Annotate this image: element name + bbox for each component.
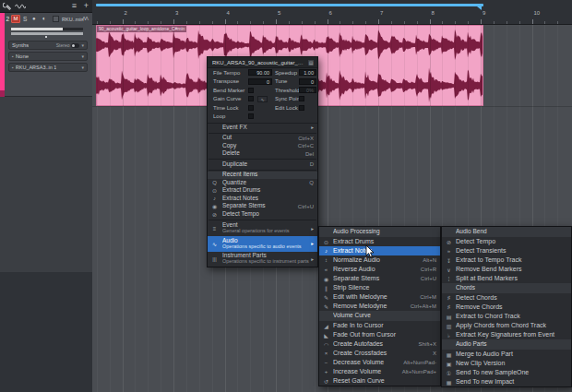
menu-item[interactable]: ▦ Send To new Impact: [442, 377, 571, 386]
menu-item[interactable]: Volume Curve: [319, 311, 440, 321]
menu-item[interactable]: Copy Ctrl+C: [208, 142, 317, 150]
menu-shortcut: Q: [305, 180, 314, 185]
inspector-checkbox[interactable]: [248, 96, 254, 101]
menu-item[interactable]: Event FX ▸: [208, 124, 317, 132]
inspector-value-field[interactable]: 90.00: [248, 69, 272, 76]
inspector-value-field[interactable]: 0: [248, 78, 272, 85]
menu-item[interactable]: ▤ Extract to Chord Track: [442, 312, 571, 321]
inspector-row: Time Lock Edit Lock: [208, 103, 317, 113]
ruler-tick: [289, 21, 290, 24]
inspector-value-field[interactable]: 1.00: [299, 69, 316, 76]
inspector-label: Time Lock: [213, 105, 238, 111]
menu-item[interactable]: ⊘ Detect Tempo: [442, 237, 571, 246]
menu-item-icon: ◉: [320, 276, 332, 282]
menu-item-icon: ▤: [443, 314, 455, 320]
menu-item[interactable]: ♪ Extract Notes: [319, 246, 440, 255]
menu-item[interactable]: ∿ Audio Operations specific to audio eve…: [208, 236, 317, 252]
inspector-value-field[interactable]: 0%: [299, 87, 316, 93]
ruler-tick: [250, 21, 251, 24]
track-list-icon[interactable]: ≡: [72, 1, 77, 10]
instrument-selector[interactable]: Synths Stereo ▾: [8, 41, 88, 50]
menu-item[interactable]: Recent Items: [208, 172, 317, 180]
menu-item[interactable]: ◣ Fade Out from Cursor: [319, 330, 440, 339]
ruler-tick: [148, 21, 149, 24]
menu-item[interactable]: ◉ Separate Stems Ctrl+U: [208, 203, 317, 211]
menu-item[interactable]: ▥ Apply Chords from Chord Track: [442, 321, 571, 330]
inspector-options-icon[interactable]: ▤: [307, 59, 315, 66]
menu-item-icon: ⊘: [209, 211, 220, 218]
pan-slider[interactable]: [11, 32, 83, 35]
solo-button[interactable]: S: [23, 16, 27, 22]
menu-item[interactable]: Duplicate D: [208, 160, 317, 169]
menu-item[interactable]: ≡ Event General operations for events ▸: [208, 221, 317, 237]
menu-item[interactable]: ↧ Extract to Tempo Track: [442, 255, 571, 265]
menu-item[interactable]: ◉ Separate Stems Ctrl+U: [319, 274, 440, 283]
menu-item[interactable]: × Create Crossfades X: [319, 349, 440, 358]
menu-item[interactable]: Audio Processing: [319, 227, 440, 237]
menu-item[interactable]: − Decrease Volume Alt+NumPad-: [319, 358, 440, 367]
menu-item[interactable]: ∥ Strip Silence: [319, 283, 440, 292]
menu-item[interactable]: Delete Del: [208, 150, 317, 159]
menu-item[interactable]: » Detect Transients: [442, 246, 571, 255]
inspector-checkbox[interactable]: [248, 113, 254, 119]
menu-item[interactable]: Audio Bend: [442, 227, 571, 237]
menu-shortcut: Ctrl+U: [417, 276, 436, 281]
menu-item[interactable]: ▦ Merge to Audio Part: [442, 350, 571, 359]
menu-item[interactable]: ↕ Normalize Audio Alt+N: [319, 255, 440, 265]
menu-item[interactable]: ✎ Edit with Melodyne Ctrl+M: [319, 292, 440, 302]
menu-item[interactable]: ◢ Fade In to Cursor: [319, 321, 440, 330]
menu-item[interactable]: ① Send To new SampleOne: [442, 368, 571, 377]
menu-item[interactable]: Chords: [442, 283, 571, 293]
timeline-ruler[interactable]: 2345678910: [92, 0, 572, 25]
mute-button[interactable]: M: [11, 15, 20, 23]
menu-item[interactable]: ↺ Reset Gain Curve: [319, 376, 440, 386]
arrange-toolbar: ≡ +: [0, 0, 92, 13]
inspector-value-field[interactable]: 0: [299, 78, 316, 85]
audio-bend-submenu: Audio Bend ⊘ Detect Tempo » Detect Trans…: [441, 226, 572, 387]
menu-item[interactable]: ▣ New Clip Version: [442, 359, 571, 368]
input-selector[interactable]: ▪ None ▾: [8, 52, 88, 61]
menu-item[interactable]: ♯ Detect Chords: [442, 293, 571, 303]
stereo-toggle[interactable]: [71, 43, 79, 48]
menu-shortcut: Alt+N: [419, 257, 436, 263]
menu-item[interactable]: Audio Parts: [442, 339, 571, 350]
menu-item[interactable]: ⊙ Extract Drums: [208, 187, 317, 196]
menu-item[interactable]: + Increase Volume Alt+NumPad+: [319, 367, 440, 376]
record-arm-icon[interactable]: ●: [32, 16, 36, 21]
add-track-icon[interactable]: +: [84, 1, 89, 10]
menu-item[interactable]: ||| Instrument Parts Operations specific…: [208, 252, 317, 267]
monitor-icon[interactable]: ◖: [42, 15, 45, 21]
menu-item[interactable]: ⊘ Detect Tempo: [208, 210, 317, 219]
wrench-tool-icon[interactable]: [3, 2, 12, 11]
menu-item[interactable]: ♪ Extract Notes: [208, 195, 317, 203]
loop-end-marker[interactable]: [477, 6, 482, 10]
instrument-box-icon[interactable]: [53, 16, 59, 22]
inspector-checkbox[interactable]: [248, 105, 254, 111]
menu-item[interactable]: ⊙ Extract Drums: [319, 237, 440, 246]
ruler-tick: [455, 21, 456, 24]
menu-item[interactable]: ♭ Extract Key Signatures from Event: [442, 330, 571, 339]
volume-slider[interactable]: [11, 28, 83, 30]
inspector-checkbox[interactable]: [299, 96, 304, 101]
menu-item[interactable]: ◠ Create Autofades Shift+X: [319, 339, 440, 349]
inspector-checkbox[interactable]: [299, 105, 304, 111]
inspector-label: Sync Point: [275, 96, 302, 101]
track-name[interactable]: RKU..min: [62, 17, 84, 22]
gain-curve-icon[interactable]: ∿: [257, 96, 268, 102]
inspector-checkbox[interactable]: [248, 88, 254, 93]
menu-item[interactable]: « Reverse Audio Ctrl+R: [319, 265, 440, 274]
ruler-tick: [173, 19, 174, 24]
loop-range-bar[interactable]: [96, 4, 483, 6]
menu-item[interactable]: ♯ Remove Chords: [442, 303, 571, 312]
meter-icon: ΛΛ: [82, 16, 88, 21]
menu-item[interactable]: ✎ Remove Melodyne Ctrl+Alt+M: [319, 302, 440, 311]
io-selector[interactable]: ▪ RKU_ARSA3..in 1 ▾: [8, 63, 88, 72]
menu-item[interactable]: Cut Ctrl+X: [208, 135, 317, 143]
menu-item[interactable]: ∨ Remove Bend Markers: [442, 265, 571, 274]
menu-item[interactable]: ¦ Split at Bend Markers: [442, 274, 571, 283]
sine-wave-tool-icon[interactable]: [15, 2, 26, 11]
ruler-tick: [135, 21, 136, 24]
inspector-row: Loop: [208, 113, 317, 122]
menu-item[interactable]: Q Quantize Q: [208, 179, 317, 187]
track-header[interactable]: 2 M S ● ◖ RKU..min ΛΛ Synths Stereo ▾ ▪ …: [0, 13, 92, 97]
